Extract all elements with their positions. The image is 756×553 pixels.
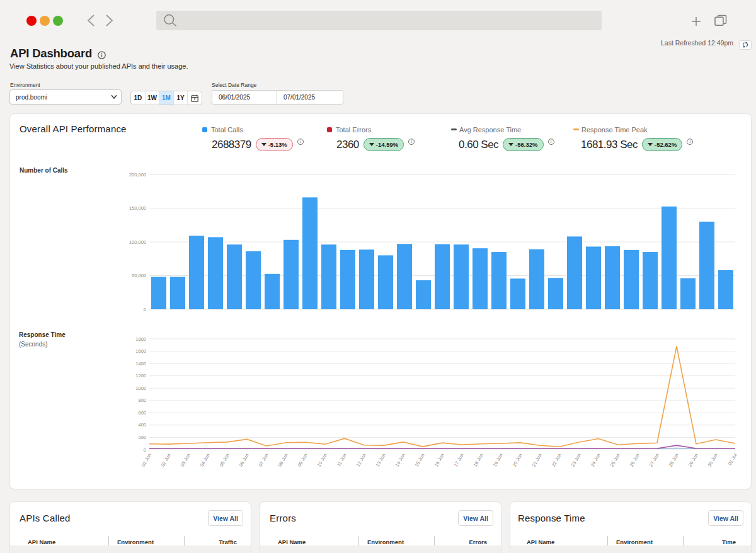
svg-text:12 Jun: 12 Jun xyxy=(355,453,367,468)
svg-text:15 Jun: 15 Jun xyxy=(414,453,426,468)
svg-text:400: 400 xyxy=(138,422,146,428)
svg-text:24 Jun: 24 Jun xyxy=(590,453,602,468)
svg-text:22 Jun: 22 Jun xyxy=(551,453,563,468)
svg-text:06 Jun: 06 Jun xyxy=(238,453,250,468)
svg-text:50,000: 50,000 xyxy=(132,273,146,278)
svg-text:19 Jun: 19 Jun xyxy=(492,453,504,468)
svg-text:16 Jun: 16 Jun xyxy=(433,453,445,468)
svg-text:1400: 1400 xyxy=(135,361,146,367)
svg-text:10 Jun: 10 Jun xyxy=(316,453,328,468)
svg-text:04 Jun: 04 Jun xyxy=(199,453,211,468)
svg-text:26 Jun: 26 Jun xyxy=(629,453,641,468)
svg-text:1800: 1800 xyxy=(135,336,146,342)
svg-text:800: 800 xyxy=(138,397,146,403)
svg-text:11 Jun: 11 Jun xyxy=(336,453,348,468)
svg-text:150,000: 150,000 xyxy=(129,205,146,211)
svg-text:0: 0 xyxy=(144,447,146,453)
svg-text:17 Jun: 17 Jun xyxy=(453,453,465,468)
svg-text:14 Jun: 14 Jun xyxy=(394,453,406,468)
svg-text:08 Jun: 08 Jun xyxy=(277,453,289,468)
svg-text:0: 0 xyxy=(144,307,146,312)
svg-text:20 Jun: 20 Jun xyxy=(512,453,524,468)
svg-text:29 Jun: 29 Jun xyxy=(687,453,699,468)
svg-text:23 Jun: 23 Jun xyxy=(570,453,582,468)
svg-text:600: 600 xyxy=(138,410,146,416)
svg-text:01 Jul: 01 Jul xyxy=(727,452,738,466)
svg-text:05 Jun: 05 Jun xyxy=(219,453,231,468)
svg-text:21 Jun: 21 Jun xyxy=(531,453,543,468)
svg-text:100,000: 100,000 xyxy=(129,239,146,245)
svg-text:18 Jun: 18 Jun xyxy=(472,453,484,468)
svg-text:09 Jun: 09 Jun xyxy=(297,453,309,468)
svg-text:13 Jun: 13 Jun xyxy=(375,453,387,468)
svg-text:1600: 1600 xyxy=(135,348,146,354)
svg-text:200: 200 xyxy=(138,435,146,440)
svg-text:01 Jun: 01 Jun xyxy=(140,453,152,468)
svg-text:28 Jun: 28 Jun xyxy=(668,453,680,468)
svg-text:200,000: 200,000 xyxy=(129,172,146,178)
svg-text:1000: 1000 xyxy=(135,385,146,391)
svg-text:02 Jun: 02 Jun xyxy=(160,453,172,468)
svg-text:30 Jun: 30 Jun xyxy=(707,453,719,468)
svg-text:1200: 1200 xyxy=(135,373,146,379)
svg-text:25 Jun: 25 Jun xyxy=(609,453,621,468)
svg-text:03 Jun: 03 Jun xyxy=(180,453,192,468)
svg-text:07 Jun: 07 Jun xyxy=(258,453,270,468)
svg-text:27 Jun: 27 Jun xyxy=(648,453,660,468)
